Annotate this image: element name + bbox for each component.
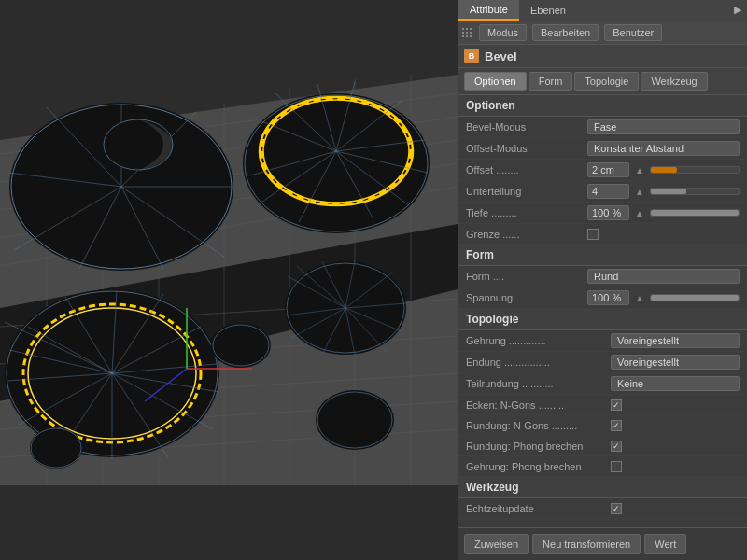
tiefe-track[interactable] <box>650 209 740 217</box>
svg-point-31 <box>243 93 430 233</box>
tiefe-value: 100 % ▲ <box>587 205 740 220</box>
gehrung-dropdown[interactable]: Voreingestellt <box>611 333 740 348</box>
unterteilung-label: Unterteilung <box>466 186 587 197</box>
offset-track[interactable] <box>650 166 740 174</box>
bevel-modus-dropdown[interactable]: Fase <box>587 119 740 134</box>
offset-input[interactable]: 2 cm <box>587 162 629 177</box>
sub-menu-bar: Modus Bearbeiten Benutzer <box>458 21 747 45</box>
rundung-ngons-checkbox[interactable] <box>611 420 622 431</box>
bevel-modus-value: Fase <box>587 119 740 134</box>
tab-topologie[interactable]: Topologie <box>574 72 639 91</box>
offset-arrow-up[interactable]: ▲ <box>633 165 646 175</box>
spannung-value: 100 % ▲ <box>587 290 740 305</box>
unterteilung-fill <box>651 189 686 194</box>
spannung-track[interactable] <box>650 294 740 301</box>
rundung-phong-label: Rundung: Phong brechen <box>466 441 611 452</box>
rundung-ngons-label: Rundung: N-Gons ......... <box>466 420 611 431</box>
benutzer-button[interactable]: Benutzer <box>604 24 662 41</box>
form-value: Rund <box>587 269 740 284</box>
svg-point-83 <box>316 390 394 450</box>
gehrung-phong-label: Gehrung: Phong brechen <box>466 461 611 472</box>
panel-content: Optionen Bevel-Modus Fase Offset-Modus K… <box>458 95 747 527</box>
teilrundung-label: Teilrundung ........... <box>466 378 611 389</box>
grenze-checkbox[interactable] <box>587 229 599 240</box>
gehrung-phong-value <box>611 461 740 472</box>
unterteilung-value: 4 ▲ <box>587 184 740 199</box>
modus-button[interactable]: Modus <box>479 24 527 41</box>
neu-transformieren-button[interactable]: Neu transformieren <box>532 534 641 554</box>
bevel-icon-text: B <box>469 51 475 61</box>
tiefe-fill <box>651 210 739 216</box>
tab-form[interactable]: Form <box>529 72 573 91</box>
echtzeitupdate-value <box>611 503 740 514</box>
offset-value: 2 cm ▲ <box>587 162 740 177</box>
rundung-phong-row: Rundung: Phong brechen <box>458 436 747 456</box>
viewport-3d[interactable] <box>0 0 458 560</box>
bottom-bar: Zuweisen Neu transformieren Wert <box>458 527 747 560</box>
ecken-ngons-value <box>611 399 740 411</box>
teilrundung-dropdown[interactable]: Keine <box>611 376 740 391</box>
tab-ebenen[interactable]: Ebenen <box>519 0 577 21</box>
tiefe-arrow[interactable]: ▲ <box>633 208 646 218</box>
svg-point-67 <box>103 119 174 171</box>
werkzeug-section-header: Werkzeug <box>458 477 747 498</box>
gehrung-row: Gehrung ............. Voreingestellt <box>458 330 747 352</box>
svg-point-85 <box>30 427 82 469</box>
rundung-ngons-row: Rundung: N-Gons ......... <box>458 415 747 436</box>
offset-modus-label: Offset-Modus <box>466 143 587 154</box>
bevel-title: Bevel <box>485 49 517 63</box>
gehrung-label: Gehrung ............. <box>466 335 611 346</box>
bevel-modus-row: Bevel-Modus Fase <box>458 117 747 138</box>
main-tab-bar: Attribute Ebenen ▶ <box>458 0 747 21</box>
zuweisen-button[interactable]: Zuweisen <box>464 534 529 554</box>
form-dropdown[interactable]: Rund <box>587 269 740 284</box>
ecken-ngons-row: Ecken: N-Gons ......... <box>458 395 747 415</box>
offset-label: Offset ........ <box>466 164 587 175</box>
gehrung-phong-checkbox[interactable] <box>611 461 622 472</box>
ecken-ngons-checkbox[interactable] <box>611 399 622 411</box>
rundung-phong-checkbox[interactable] <box>611 441 622 452</box>
drag-handle <box>462 28 472 37</box>
teilrundung-value: Keine <box>611 376 740 391</box>
right-panel: Attribute Ebenen ▶ Modus Bearbeiten Benu… <box>458 0 747 560</box>
endung-dropdown[interactable]: Voreingestellt <box>611 355 740 370</box>
svg-point-87 <box>211 323 271 368</box>
tab-werkzeug[interactable]: Werkzeug <box>641 72 707 91</box>
tab-optionen[interactable]: Optionen <box>464 72 527 91</box>
unterteilung-row: Unterteilung 4 ▲ <box>458 181 747 203</box>
endung-value: Voreingestellt <box>611 355 740 370</box>
unterteilung-track[interactable] <box>650 188 740 195</box>
tab-attribute[interactable]: Attribute <box>458 0 519 21</box>
unterteilung-arrow[interactable]: ▲ <box>633 187 646 197</box>
bevel-header: B Bevel <box>458 45 747 68</box>
rundung-phong-value <box>611 441 740 452</box>
grenze-row: Grenze ...... <box>458 224 747 245</box>
bevel-icon: B <box>464 49 479 63</box>
spannung-label: Spannung <box>466 292 587 303</box>
echtzeitupdate-row: Echtzeitupdate <box>458 498 747 519</box>
spannung-row: Spannung 100 % ▲ <box>458 287 747 309</box>
topologie-section-header: Topologie <box>458 309 747 330</box>
ecken-ngons-label: Ecken: N-Gons ......... <box>466 399 611 411</box>
tiefe-label: Tiefe ......... <box>466 207 587 218</box>
endung-label: Endung ................ <box>466 357 611 368</box>
offset-modus-dropdown[interactable]: Konstanter Abstand <box>587 141 740 156</box>
tiefe-row: Tiefe ......... 100 % ▲ <box>458 203 747 224</box>
form-section-header: Form <box>458 245 747 266</box>
bearbeiten-button[interactable]: Bearbeiten <box>532 24 599 41</box>
teilrundung-row: Teilrundung ........... Keine <box>458 373 747 395</box>
optionen-section-header: Optionen <box>458 95 747 117</box>
echtzeitupdate-checkbox[interactable] <box>611 503 622 514</box>
gehrung-phong-row: Gehrung: Phong brechen <box>458 456 747 477</box>
tiefe-input[interactable]: 100 % <box>587 205 629 220</box>
spannung-arrow[interactable]: ▲ <box>633 293 646 303</box>
grenze-label: Grenze ...... <box>466 229 587 240</box>
unterteilung-input[interactable]: 4 <box>587 184 629 199</box>
tab-arrow-icon[interactable]: ▶ <box>728 0 747 21</box>
section-tabs: Optionen Form Topologie Werkzeug <box>458 68 747 95</box>
gehrung-value: Voreingestellt <box>611 333 740 348</box>
spannung-input[interactable]: 100 % <box>587 290 629 305</box>
form-label: Form .... <box>466 271 587 282</box>
offset-modus-row: Offset-Modus Konstanter Abstand <box>458 138 747 160</box>
wert-button[interactable]: Wert <box>644 534 686 554</box>
